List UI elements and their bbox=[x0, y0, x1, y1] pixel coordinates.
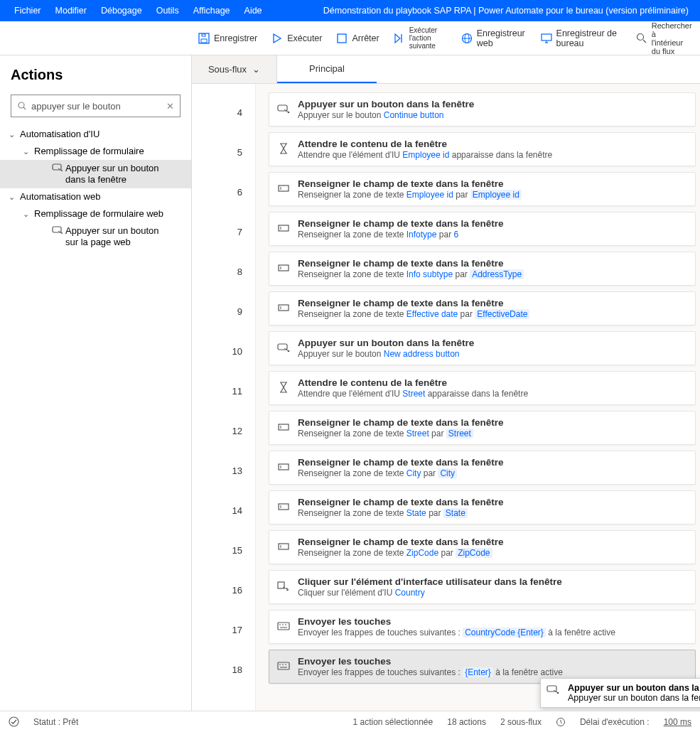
svg-rect-37 bbox=[279, 544, 289, 549]
step-number: 7 bbox=[192, 212, 255, 252]
keys-icon bbox=[276, 659, 291, 673]
status-selection: 1 action sélectionnée bbox=[352, 717, 433, 727]
clear-search-icon[interactable]: ✕ bbox=[166, 101, 174, 112]
tree-ui-automation[interactable]: ⌄Automatisation d'IU bbox=[0, 126, 191, 143]
designer-area: Sous-flux ⌄ Principal 456789101112131415… bbox=[192, 55, 700, 711]
flow-step[interactable]: Attendre le contenu de la fenêtreAttendr… bbox=[269, 132, 696, 166]
status-bar: Statut : Prêt 1 action sélectionnée 18 a… bbox=[0, 711, 700, 732]
menu-debug[interactable]: Débogage bbox=[94, 6, 149, 16]
drag-preview: Appuyer sur un bouton dans la fenêtre Ap… bbox=[540, 678, 700, 708]
svg-line-12 bbox=[643, 40, 646, 43]
status-delay-label: Délai d'exécution : bbox=[580, 717, 650, 727]
text-icon bbox=[276, 301, 291, 315]
menu-file[interactable]: Fichier bbox=[7, 6, 48, 16]
flow-step[interactable]: Renseigner le champ de texte dans la fen… bbox=[269, 411, 696, 445]
svg-point-11 bbox=[637, 33, 643, 40]
step-title: Renseigner le champ de texte dans la fen… bbox=[298, 217, 686, 230]
tab-main[interactable]: Principal bbox=[277, 55, 377, 83]
flow-step[interactable]: Renseigner le champ de texte dans la fen… bbox=[269, 291, 696, 325]
actions-tree: ⌄Automatisation d'IU ⌄Remplissage de for… bbox=[0, 126, 191, 251]
step-number: 8 bbox=[192, 252, 255, 291]
tree-form-filling[interactable]: ⌄Remplissage de formulaire bbox=[0, 143, 191, 160]
window-title: Démonstration du playbook SAP RPA | Powe… bbox=[323, 6, 693, 16]
text-icon bbox=[276, 539, 291, 554]
text-icon bbox=[276, 500, 291, 514]
menu-tools[interactable]: Outils bbox=[149, 6, 186, 16]
run-label: Exécuter bbox=[287, 33, 322, 43]
step-description: Cliquer sur l'élément d'IU Country bbox=[298, 588, 686, 598]
search-l1: Rechercher à bbox=[652, 21, 692, 38]
step-title: Envoyer les touches bbox=[298, 615, 686, 628]
step-description: Renseigner la zone de texte Effective da… bbox=[298, 309, 686, 320]
step-number: 13 bbox=[192, 451, 255, 490]
search-l2: l'intérieur du flux bbox=[652, 38, 683, 55]
step-number: 4 bbox=[192, 92, 255, 132]
web-recorder-button[interactable]: Enregistreur web bbox=[458, 27, 529, 50]
flow-step[interactable]: Envoyer les touchesEnvoyer les frappes d… bbox=[269, 610, 696, 644]
main-menu: Fichier Modifier Débogage Outils Afficha… bbox=[7, 6, 269, 16]
step-number: 6 bbox=[192, 172, 255, 212]
run-next-l1: Exécuter l'action bbox=[409, 26, 447, 42]
svg-point-20 bbox=[288, 112, 290, 114]
click-icon bbox=[50, 163, 65, 171]
search-flow-button[interactable]: Rechercher àl'intérieur du flux bbox=[636, 21, 700, 55]
flow-step[interactable]: Renseigner le champ de texte dans la fen… bbox=[269, 490, 696, 524]
flow-step[interactable]: Renseigner le champ de texte dans la fen… bbox=[269, 172, 696, 206]
chevron-down-icon: ⌄ bbox=[252, 64, 260, 75]
step-title: Renseigner le champ de texte dans la fen… bbox=[298, 178, 686, 190]
menu-help[interactable]: Aide bbox=[237, 6, 269, 16]
subflows-dropdown[interactable]: Sous-flux ⌄ bbox=[192, 55, 277, 83]
tree-web-form-filling[interactable]: ⌄Remplissage de formulaire web bbox=[0, 205, 191, 222]
svg-point-16 bbox=[61, 170, 63, 171]
menu-edit[interactable]: Modifier bbox=[48, 6, 94, 16]
menu-view[interactable]: Affichage bbox=[186, 6, 237, 16]
wait-icon bbox=[276, 380, 291, 394]
run-next-button[interactable]: Exécuter l'actionsuivante bbox=[391, 25, 450, 51]
flow-step[interactable]: Cliquer sur l'élément d'interface utilis… bbox=[269, 570, 696, 604]
flow-step[interactable]: Renseigner le champ de texte dans la fen… bbox=[269, 530, 696, 564]
step-description: Renseigner la zone de texte Info subtype… bbox=[298, 269, 686, 280]
desk-rec-label: Enregistreur de bureau bbox=[556, 28, 625, 48]
drag-desc: Appuyer sur un bouton dans la fenêtre bbox=[568, 693, 700, 703]
flow-step[interactable]: Appuyer sur un bouton dans la fenêtreApp… bbox=[269, 331, 696, 365]
svg-rect-2 bbox=[202, 34, 205, 36]
save-icon bbox=[198, 33, 210, 44]
status-ready: Statut : Prêt bbox=[33, 717, 78, 727]
svg-rect-40 bbox=[278, 623, 289, 630]
monitor-icon bbox=[541, 33, 552, 44]
svg-point-30 bbox=[288, 350, 290, 352]
status-delay-value[interactable]: 100 ms bbox=[664, 717, 691, 727]
flow-step[interactable]: Attendre le contenu de la fenêtreAttendr… bbox=[269, 371, 696, 405]
play-icon bbox=[271, 33, 283, 44]
flow-designer: 456789101112131415161718 Appuyer sur un … bbox=[192, 84, 700, 711]
toolbar: Enregistrer Exécuter Arrêter Exécuter l'… bbox=[0, 21, 700, 55]
save-button[interactable]: Enregistrer bbox=[195, 31, 260, 45]
wait-icon bbox=[276, 141, 291, 156]
text-icon bbox=[276, 221, 291, 235]
svg-rect-35 bbox=[279, 504, 289, 510]
web-rec-label: Enregistreur web bbox=[477, 28, 527, 48]
step-description: Renseigner la zone de texte Infotype par… bbox=[298, 230, 686, 240]
run-button[interactable]: Exécuter bbox=[269, 31, 325, 45]
step-description: Envoyer les frappes de touches suivantes… bbox=[298, 628, 686, 638]
flow-step[interactable]: Renseigner le champ de texte dans la fen… bbox=[269, 252, 696, 286]
svg-rect-27 bbox=[279, 305, 289, 311]
actions-search-input[interactable] bbox=[31, 101, 162, 112]
step-number: 9 bbox=[192, 291, 255, 331]
svg-point-13 bbox=[18, 102, 24, 108]
flow-step[interactable]: Appuyer sur un bouton dans la fenêtreApp… bbox=[269, 92, 696, 127]
desktop-recorder-button[interactable]: Enregistreur de bureau bbox=[538, 27, 628, 50]
stop-button[interactable]: Arrêter bbox=[333, 31, 382, 45]
tree-press-button-window[interactable]: Appuyer sur un boutondans la fenêtre bbox=[0, 160, 191, 188]
flow-step[interactable]: Renseigner le champ de texte dans la fen… bbox=[269, 212, 696, 246]
step-number: 11 bbox=[192, 371, 255, 411]
actions-panel: Actions ✕ ⌄Automatisation d'IU ⌄Rempliss… bbox=[0, 55, 192, 711]
step-title: Attendre le contenu de la fenêtre bbox=[298, 138, 686, 150]
tree-web-automation[interactable]: ⌄Automatisation web bbox=[0, 188, 191, 205]
tree-press-button-webpage[interactable]: Appuyer sur un boutonsur la page web bbox=[0, 222, 191, 251]
actions-search[interactable]: ✕ bbox=[11, 95, 181, 117]
flow-step[interactable]: Renseigner le champ de texte dans la fen… bbox=[269, 451, 696, 485]
step-description: Renseigner la zone de texte City par Cit… bbox=[298, 468, 686, 479]
text-icon bbox=[276, 181, 291, 195]
click-icon bbox=[276, 340, 291, 355]
